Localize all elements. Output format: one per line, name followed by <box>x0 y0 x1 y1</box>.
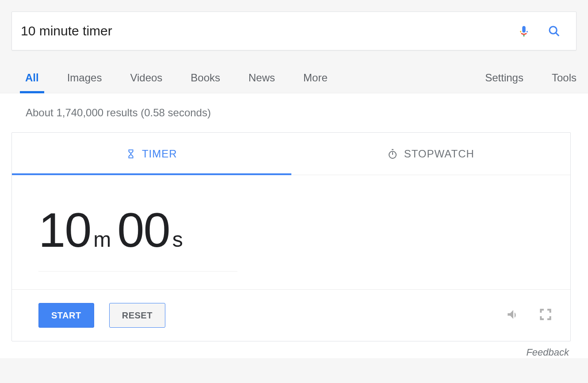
search-tabs: All Images Videos Books News More Settin… <box>0 72 588 93</box>
tab-news[interactable]: News <box>248 72 275 93</box>
voice-search-icon[interactable] <box>515 22 533 40</box>
svg-line-1 <box>556 33 559 36</box>
tab-books[interactable]: Books <box>191 72 220 93</box>
search-input[interactable] <box>21 23 503 38</box>
tab-videos[interactable]: Videos <box>130 72 162 93</box>
timer-display[interactable]: 10 m 00 s <box>38 202 237 272</box>
widget-tab-stopwatch[interactable]: STOPWATCH <box>291 133 571 175</box>
fullscreen-icon[interactable] <box>538 307 553 323</box>
timer-seconds: 00 <box>117 202 169 258</box>
timer-sec-unit: s <box>172 227 182 252</box>
tab-settings[interactable]: Settings <box>485 72 523 93</box>
search-icon[interactable] <box>545 22 563 40</box>
tab-all[interactable]: All <box>25 72 39 93</box>
search-bar <box>11 11 577 50</box>
tab-images[interactable]: Images <box>67 72 102 93</box>
reset-button[interactable]: RESET <box>109 303 165 328</box>
result-stats: About 1,740,000 results (0.58 seconds) <box>11 93 577 132</box>
hourglass-icon <box>126 149 136 159</box>
start-button[interactable]: START <box>38 303 94 328</box>
timer-widget: TIMER STOPWATCH 10 m 00 s START RESET <box>11 132 571 341</box>
widget-tab-timer[interactable]: TIMER <box>12 133 291 175</box>
widget-tab-timer-label: TIMER <box>142 148 177 160</box>
widget-tab-stopwatch-label: STOPWATCH <box>404 148 474 160</box>
stopwatch-icon <box>387 149 398 159</box>
tab-more[interactable]: More <box>303 72 328 93</box>
svg-point-0 <box>550 27 557 34</box>
timer-minutes: 10 <box>38 202 91 258</box>
tab-tools[interactable]: Tools <box>552 72 577 93</box>
feedback-link[interactable]: Feedback <box>11 341 571 358</box>
sound-icon[interactable] <box>506 307 521 324</box>
timer-min-unit: m <box>93 227 110 252</box>
